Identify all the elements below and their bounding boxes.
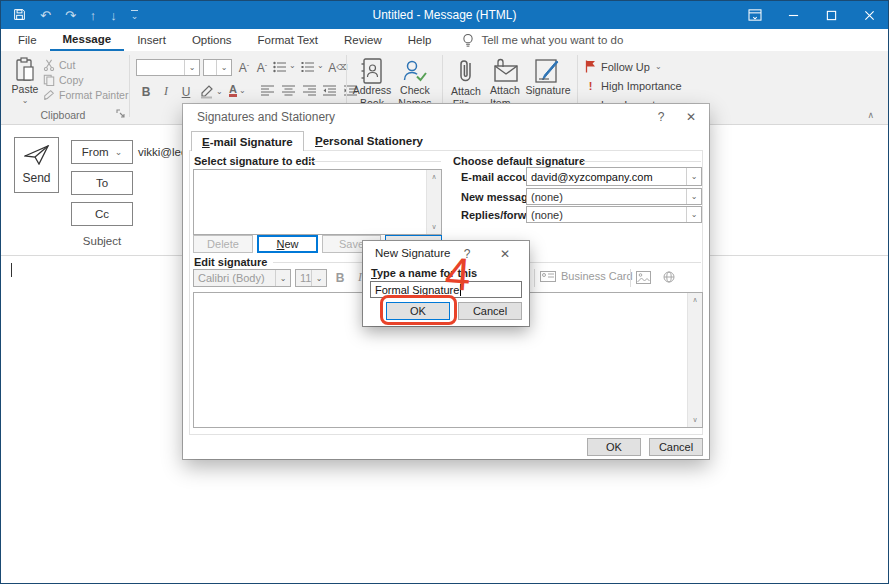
group-rule (309, 161, 441, 162)
tab-insert[interactable]: Insert (124, 29, 179, 51)
new-messages-combobox[interactable]: (none) ⌄ (526, 188, 702, 205)
underline-button[interactable]: U (177, 83, 195, 100)
redo-icon[interactable]: ↷ (65, 9, 76, 22)
tell-me-label: Tell me what you want to do (481, 34, 623, 46)
copy-button[interactable]: Copy (43, 74, 84, 86)
font-size-combobox[interactable]: ⌄ (203, 59, 232, 76)
save-icon[interactable] (13, 8, 26, 23)
undo-icon[interactable]: ↶ (40, 9, 51, 22)
toolbar-separator (630, 269, 631, 287)
chevron-down-icon[interactable]: ⌄ (311, 270, 326, 286)
tab-review[interactable]: Review (331, 29, 395, 51)
attach-file-button[interactable]: AttachFile ⌄ (448, 58, 484, 110)
scroll-up-icon[interactable]: ∧ (427, 170, 441, 184)
address-book-button[interactable]: AddressBook (351, 58, 393, 109)
maximize-icon[interactable] (812, 1, 850, 29)
align-center-icon[interactable] (282, 85, 295, 96)
chevron-down-icon[interactable]: ⌄ (686, 189, 701, 204)
cc-button[interactable]: Cc (71, 202, 133, 226)
edit-size-combobox[interactable]: 11 ⌄ (295, 269, 327, 287)
clear-formatting-button[interactable]: A⌫ (329, 59, 347, 76)
scrollbar[interactable]: ∧ ∨ (426, 170, 441, 234)
format-painter-label: Format Painter (59, 89, 128, 101)
follow-up-button[interactable]: Follow Up⌄ (585, 57, 682, 76)
new-signature-cancel-button[interactable]: Cancel (458, 302, 522, 320)
move-down-icon[interactable]: ↓ (110, 9, 117, 22)
insert-picture-icon[interactable] (636, 271, 651, 286)
font-color-button[interactable]: A⌄ (229, 84, 246, 97)
shrink-font-button[interactable]: Aˇ (253, 59, 271, 76)
signature-listbox[interactable]: ∧ ∨ (193, 169, 442, 235)
signatures-ok-button[interactable]: OK (587, 438, 641, 456)
scroll-down-icon[interactable]: ∨ (688, 413, 702, 427)
highlight-color-button[interactable]: ⌄ (199, 84, 223, 99)
check-names-button[interactable]: CheckNames (395, 58, 435, 109)
tab-help[interactable]: Help (395, 29, 445, 51)
decrease-indent-icon[interactable] (323, 85, 336, 96)
insert-hyperlink-icon[interactable] (661, 271, 677, 285)
edit-size-value: 11 (296, 272, 311, 284)
align-right-icon[interactable] (303, 85, 316, 96)
move-up-icon[interactable]: ↑ (90, 9, 97, 22)
paste-button[interactable]: Paste ⌄ (9, 57, 41, 105)
email-account-value: david@xyzcompany.com (527, 171, 686, 183)
chevron-down-icon[interactable]: ⌄ (686, 207, 701, 222)
send-button[interactable]: Send (14, 137, 59, 193)
tab-file[interactable]: File (5, 29, 50, 51)
close-icon[interactable] (850, 1, 888, 29)
chevron-down-icon[interactable]: ⌄ (686, 168, 701, 185)
chevron-down-icon[interactable]: ⌄ (216, 60, 231, 75)
edit-bold-button[interactable]: B (331, 269, 349, 286)
tab-format-text[interactable]: Format Text (245, 29, 332, 51)
align-left-icon[interactable] (261, 85, 274, 96)
tab-personal-stationery[interactable]: Personal Stationery (305, 131, 433, 151)
tab-email-signature[interactable]: E-mail Signature (191, 131, 304, 151)
replies-forwards-combobox[interactable]: (none) ⌄ (526, 206, 702, 223)
cut-button[interactable]: Cut (43, 59, 75, 71)
chevron-down-icon: ⌄ (115, 147, 123, 157)
chevron-down-icon[interactable]: ⌄ (184, 60, 199, 75)
paperclip-icon (458, 58, 474, 85)
format-painter-icon (43, 89, 55, 101)
high-importance-button[interactable]: ! High Importance (585, 76, 682, 95)
scrollbar[interactable]: ∧ ∨ (687, 293, 702, 427)
from-button[interactable]: From⌄ (71, 140, 133, 164)
attach-item-button[interactable]: AttachItem ⌄ (486, 58, 524, 109)
numbering-button[interactable]: ⌄ (301, 61, 324, 73)
font-name-combobox[interactable]: ⌄ (136, 59, 200, 76)
cut-icon (43, 59, 55, 71)
scroll-down-icon[interactable]: ∨ (427, 220, 441, 234)
format-painter-button[interactable]: Format Painter (43, 89, 128, 101)
collapse-ribbon-icon[interactable]: ∧ (867, 110, 874, 120)
lightbulb-icon (462, 33, 474, 48)
minimize-icon[interactable] (774, 1, 812, 29)
close-icon[interactable]: ✕ (495, 247, 515, 261)
business-card-button[interactable]: Business Card (540, 270, 633, 282)
email-account-combobox[interactable]: david@xyzcompany.com ⌄ (526, 167, 702, 186)
paste-chevron-icon: ⌄ (22, 96, 29, 105)
new-button[interactable]: New (257, 235, 318, 253)
edit-font-combobox[interactable]: Calibri (Body) ⌄ (193, 269, 291, 287)
signatures-cancel-button[interactable]: Cancel (649, 438, 703, 456)
tab-message[interactable]: Message (50, 29, 125, 51)
to-button[interactable]: To (71, 171, 133, 195)
text-cursor (11, 263, 12, 277)
bold-button[interactable]: B (137, 83, 155, 100)
delete-button[interactable]: Delete (193, 235, 253, 253)
edit-signature-label: Edit signature (194, 256, 267, 268)
customize-qat-icon[interactable]: ⌄ (131, 10, 139, 21)
subject-label: Subject (71, 235, 133, 247)
scroll-up-icon[interactable]: ∧ (688, 293, 702, 307)
tab-options[interactable]: Options (179, 29, 245, 51)
ribbon-display-options-icon[interactable] (736, 1, 774, 29)
chevron-down-icon[interactable]: ⌄ (275, 270, 290, 286)
italic-button[interactable]: I (157, 83, 175, 100)
grow-font-button[interactable]: Aˆ (235, 59, 253, 76)
ribbon-tab-bar: File Message Insert Options Format Text … (1, 29, 888, 51)
close-icon[interactable]: ✕ (681, 110, 701, 124)
tell-me-box[interactable]: Tell me what you want to do (462, 33, 623, 48)
help-icon[interactable]: ? (651, 110, 671, 124)
signature-button[interactable]: Signature⌄ (526, 58, 570, 109)
clipboard-dialog-launcher-icon[interactable] (116, 109, 126, 121)
bullets-button[interactable]: ⌄ (273, 61, 296, 73)
